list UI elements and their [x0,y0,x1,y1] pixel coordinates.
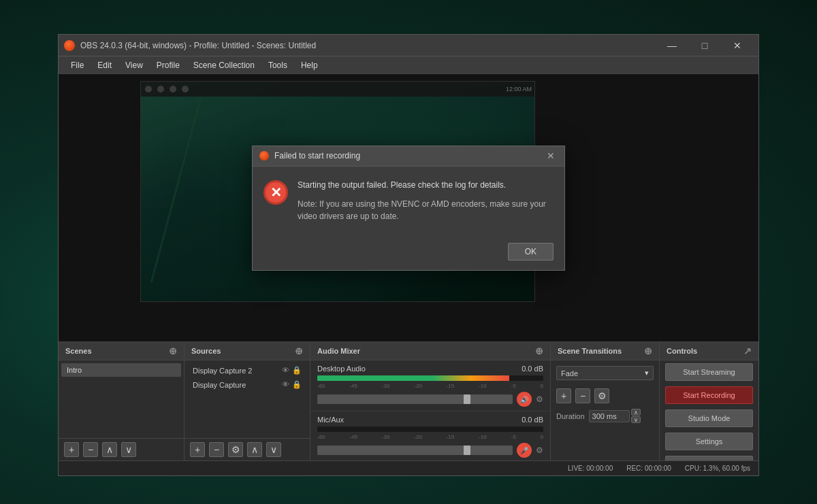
duration-row: Duration 300 ms ∧ ∨ [551,406,659,426]
scenes-panel-header: Scenes ⊕ [59,342,184,360]
mic-aux-header: Mic/Aux 0.0 dB [317,416,543,424]
source-lock-icon-2[interactable]: 🔒 [292,380,302,389]
menu-bar: File Edit View Profile Scene Collection … [59,56,758,74]
scenes-remove-button[interactable]: − [83,442,98,457]
mic-mute-button[interactable]: 🎤 [517,443,532,458]
sources-panel: Sources ⊕ Display Capture 2 👁 🔒 Display … [185,342,310,460]
status-bar: LIVE: 00:00:00 REC: 00:00:00 CPU: 1.3%, … [59,460,758,475]
mic-audio-gear-icon[interactable]: ⚙ [536,446,543,455]
sources-panel-header: Sources ⊕ [185,342,310,360]
sources-footer: + − ⚙ ∧ ∨ [185,438,310,460]
source-label-1: Display Capture 2 [193,367,252,375]
menu-profile[interactable]: Profile [150,58,187,72]
desktop-audio-bar [317,375,509,381]
dialog-footer: OK [253,236,564,270]
desktop-audio-header: Desktop Audio 0.0 dB [317,365,543,373]
sources-add-button[interactable]: + [190,442,205,457]
sources-settings-button[interactable]: ⚙ [228,442,243,457]
studio-mode-button[interactable]: Studio Mode [665,409,753,427]
sources-remove-button[interactable]: − [209,442,224,457]
mic-aux-label: Mic/Aux [317,416,344,424]
controls-panel: Controls ↗ Start Streaming Start Recordi… [660,342,758,460]
source-eye-icon-1[interactable]: 👁 [282,366,289,375]
desktop-volume-slider[interactable] [317,394,513,404]
desktop-mute-button[interactable]: 🔊 [517,392,532,407]
mic-aux-channel: Mic/Aux 0.0 dB -60-45-30-20-15-10-50 🎤 [310,411,550,463]
sources-up-button[interactable]: ∧ [247,442,262,457]
source-item-display-capture-2[interactable]: Display Capture 2 👁 🔒 [187,363,307,377]
start-streaming-button[interactable]: Start Streaming [665,363,753,381]
transitions-title: Scene Transitions [558,347,622,355]
obs-window: OBS 24.0.3 (64-bit, windows) - Profile: … [58,34,759,476]
sources-title: Sources [191,347,221,355]
desktop-audio-scale: -60-45-30-20-15-10-50 [317,383,543,389]
transition-remove-button[interactable]: − [575,388,590,403]
chevron-down-icon: ▾ [645,369,649,377]
audio-mixer-title: Audio Mixer [317,347,360,355]
desktop-audio-db: 0.0 dB [522,365,543,373]
menu-file[interactable]: File [64,58,91,72]
start-recording-button[interactable]: Start Recording [665,386,753,404]
source-icons-1: 👁 🔒 [282,366,302,375]
scenes-up-button[interactable]: ∧ [102,442,117,457]
title-bar: OBS 24.0.3 (64-bit, windows) - Profile: … [59,35,758,56]
window-controls: — □ ✕ [656,37,753,54]
controls-header-icon: ↗ [743,346,752,356]
mic-aux-scale: -60-45-30-20-15-10-50 [317,434,543,440]
preview-area: 12:00 AM Failed to start recording ✕ ✕ [59,74,758,341]
duration-label: Duration [556,412,585,420]
desktop-audio-channel: Desktop Audio 0.0 dB -60-45-30-20-15-10-… [310,360,550,411]
rec-status: REC: 00:00:00 [626,465,671,472]
transition-select-dropdown[interactable]: Fade ▾ [556,366,654,380]
live-status: LIVE: 00:00:00 [568,465,613,472]
menu-scene-collection[interactable]: Scene Collection [187,58,261,72]
menu-help[interactable]: Help [294,58,325,72]
desktop-audio-meter [317,375,543,381]
duration-up-button[interactable]: ∧ [631,409,641,416]
scenes-add-button[interactable]: + [64,442,79,457]
transition-add-button[interactable]: + [556,388,571,403]
maximize-button[interactable]: □ [689,37,720,54]
menu-tools[interactable]: Tools [261,58,294,72]
scenes-down-button[interactable]: ∨ [121,442,136,457]
minimize-button[interactable]: — [656,37,688,54]
audio-panel-header: Audio Mixer ⊕ [310,342,550,360]
transitions-header-icon: ⊕ [644,346,652,356]
error-icon: ✕ [263,180,288,205]
duration-down-button[interactable]: ∨ [631,416,641,423]
source-eye-icon-2[interactable]: 👁 [282,380,289,389]
desktop-mute-icon: 🔊 [520,396,528,403]
duration-input[interactable]: 300 ms [589,410,630,422]
dialog-close-button[interactable]: ✕ [544,149,558,163]
desktop-audio-gear-icon[interactable]: ⚙ [536,394,543,404]
scenes-footer: + − ∧ ∨ [59,438,184,460]
scenes-header-icon: ⊕ [169,346,177,356]
transition-settings-button[interactable]: ⚙ [594,388,609,403]
menu-edit[interactable]: Edit [91,58,118,72]
mic-mute-icon: 🎤 [520,447,528,454]
mic-volume-slider[interactable] [317,446,513,455]
dialog-ok-button[interactable]: OK [508,243,554,261]
desktop-audio-label: Desktop Audio [317,365,366,373]
settings-button[interactable]: Settings [665,433,753,450]
cpu-status: CPU: 1.3%, 60.00 fps [685,465,750,472]
transitions-add-row: + − ⚙ [551,386,659,406]
scenes-list: Intro [59,360,184,438]
controls-title: Controls [667,347,697,355]
mic-aux-controls: 🎤 ⚙ [317,443,543,458]
scene-item-intro[interactable]: Intro [61,363,181,377]
source-label-2: Display Capture [193,381,246,389]
dialog-message-2: Note: If you are using the NVENC or AMD … [298,198,554,222]
transition-fade-label: Fade [561,369,578,377]
dialog-message-1: Starting the output failed. Please check… [298,180,554,190]
error-dialog: Failed to start recording ✕ ✕ Starting t… [252,146,565,271]
menu-view[interactable]: View [118,58,150,72]
source-item-display-capture[interactable]: Display Capture 👁 🔒 [187,377,307,392]
dialog-body: ✕ Starting the output failed. Please che… [253,167,564,236]
dialog-icon [259,151,269,161]
desktop-audio-controls: 🔊 ⚙ [317,392,543,407]
audio-header-icon: ⊕ [535,346,543,356]
source-lock-icon-1[interactable]: 🔒 [292,366,302,375]
sources-down-button[interactable]: ∨ [266,442,281,457]
close-button[interactable]: ✕ [722,37,753,54]
